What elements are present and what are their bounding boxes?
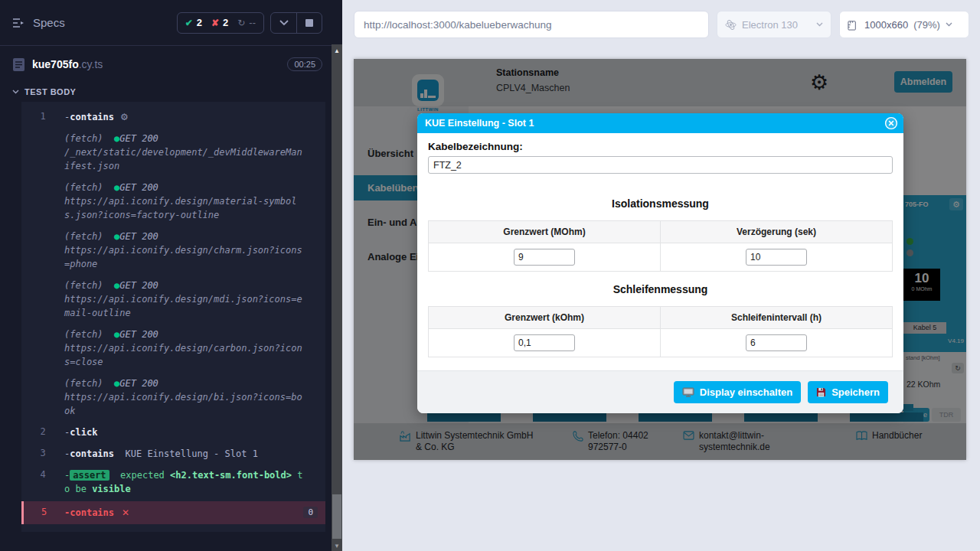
chevron-down-icon: [279, 20, 289, 26]
display-on-button[interactable]: Display einschalten: [674, 381, 801, 403]
isolation-table: Grenzwert (MOhm) Verzögerung (sek): [428, 220, 893, 272]
scrollbar-track[interactable]: ▲ ▼: [332, 44, 342, 551]
stat-pending: ↻--: [237, 17, 256, 28]
viewport-select[interactable]: 1000x660 (79%): [839, 11, 969, 38]
command-contains-3[interactable]: 3 -contains KUE Einstellung - Slot 1: [21, 443, 325, 465]
electron-icon: [725, 19, 737, 31]
stat-failed: ✘2: [211, 17, 228, 28]
fetch-log-entry[interactable]: (fetch) ●GET 200 /_next/static/developme…: [21, 128, 325, 177]
specs-title: Specs: [33, 16, 65, 29]
command-contains-failed[interactable]: 5 -contains✕ 0: [21, 501, 325, 524]
check-icon: ✔: [185, 18, 193, 28]
loop-table: Grenzwert (kOhm) Schleifenintervall (h): [428, 306, 893, 357]
run-controls: [270, 12, 322, 34]
modal-title: KUE Einstellung - Slot 1: [425, 118, 534, 129]
stat-passed: ✔2: [185, 17, 202, 28]
fetch-log-entry[interactable]: (fetch) ●GET 200 https://api.iconify.des…: [21, 373, 325, 422]
fetch-log-entry[interactable]: (fetch) ●GET 200 https://api.iconify.des…: [21, 275, 325, 324]
save-floppy-icon: [816, 387, 826, 397]
spec-row[interactable]: kue705fo.cy.ts 00:25: [0, 46, 332, 83]
spec-name: kue705fo.cy.ts: [32, 58, 280, 70]
command-log: 1 -contains⚙ (fetch) ●GET 200 /_next/sta…: [21, 102, 325, 532]
reporter-header: Specs ✔2 ✘2 ↻--: [0, 0, 332, 46]
scrollbar-thumb[interactable]: [332, 494, 341, 539]
iso-limit-input[interactable]: [514, 249, 575, 266]
gear-icon: ⚙: [120, 112, 129, 122]
loop-col2-header: Schleifenintervall (h): [661, 307, 893, 329]
modal-footer: Display einschalten Speichern: [417, 370, 903, 413]
url-bar[interactable]: http://localhost:3000/kabelueberwachung: [354, 11, 709, 38]
cable-name-input[interactable]: [428, 156, 893, 174]
chevron-down-icon: [946, 22, 952, 27]
ruler-icon: [848, 19, 859, 31]
specs-menu-button[interactable]: Specs: [12, 16, 65, 29]
loop-interval-input[interactable]: [746, 334, 807, 351]
isolation-section-title: Isolationsmessung: [428, 197, 893, 210]
test-body-toggle[interactable]: TEST BODY: [0, 83, 332, 102]
spec-duration: 00:25: [287, 57, 322, 71]
collapse-button[interactable]: [271, 13, 296, 33]
close-icon[interactable]: [884, 116, 898, 130]
reporter-scrollbar[interactable]: ▲ ▼: [332, 0, 342, 551]
command-contains-1[interactable]: 1 -contains⚙: [21, 106, 325, 128]
fetch-log-entry[interactable]: (fetch) ●GET 200 https://api.iconify.des…: [21, 177, 325, 226]
fail-cross-icon: ✕: [122, 507, 129, 518]
iso-col1-header: Grenzwert (MOhm): [429, 221, 661, 243]
screen: Specs ✔2 ✘2 ↻-- kue705fo.cy.ts 00:25: [0, 0, 980, 551]
match-count-badge: 0: [303, 507, 318, 518]
command-click[interactable]: 2 -click: [21, 422, 325, 443]
chevron-down-icon: [816, 22, 823, 27]
assert-badge: assert: [70, 470, 109, 481]
stop-button[interactable]: [296, 13, 322, 33]
restart-icon: ↻: [237, 18, 245, 28]
iso-col2-header: Verzögerung (sek): [661, 221, 893, 243]
modal-header: KUE Einstellung - Slot 1: [417, 113, 903, 133]
loop-col1-header: Grenzwert (kOhm): [429, 307, 661, 329]
scroll-down-icon[interactable]: ▼: [332, 543, 342, 549]
aut-panel: http://localhost:3000/kabelueberwachung …: [342, 0, 980, 551]
kue-settings-modal: KUE Einstellung - Slot 1 Kabelbezeichnun…: [417, 113, 903, 413]
save-button[interactable]: Speichern: [808, 381, 888, 403]
command-assert[interactable]: 4 -assert expected <h2.text-sm.font-bold…: [21, 465, 325, 500]
test-stats: ✔2 ✘2 ↻--: [177, 12, 264, 34]
fetch-log-entry[interactable]: (fetch) ●GET 200 https://api.iconify.des…: [21, 324, 325, 373]
app-viewport: LITTWIN Stationsname CPLV4_Maschen ⚙ Abm…: [354, 59, 966, 460]
loop-section-title: Schleifenmessung: [428, 283, 893, 295]
chevron-down-icon: [12, 90, 19, 94]
fetch-log-entry[interactable]: (fetch) ●GET 200 https://api.iconify.des…: [21, 226, 325, 275]
loop-limit-input[interactable]: [514, 334, 575, 351]
cable-name-label: Kabelbezeichnung:: [428, 141, 893, 152]
iso-delay-input[interactable]: [746, 249, 807, 266]
spec-file-icon: [12, 57, 25, 72]
cross-icon: ✘: [211, 18, 219, 28]
scroll-up-icon[interactable]: ▲: [332, 47, 342, 54]
monitor-icon: [682, 387, 694, 397]
aut-toolbar: http://localhost:3000/kabelueberwachung …: [342, 0, 980, 49]
specs-list-icon: [12, 18, 26, 28]
cypress-reporter-sidebar: Specs ✔2 ✘2 ↻-- kue705fo.cy.ts 00:25: [0, 0, 332, 551]
stop-icon: [305, 19, 313, 27]
browser-select[interactable]: Electron 130: [717, 11, 831, 38]
